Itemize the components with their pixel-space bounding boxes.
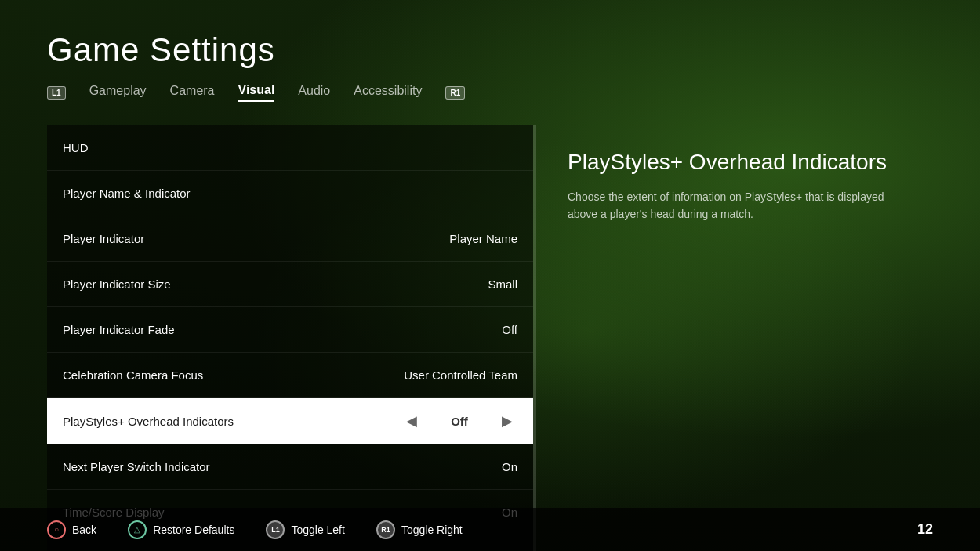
settings-panel: HUD Player Name & Indicator Player Indic… [47, 125, 533, 551]
selected-value: Off [428, 415, 491, 428]
restore-defaults-label: Restore Defaults [153, 524, 234, 536]
tab-gameplay[interactable]: Gameplay [89, 84, 147, 101]
toggle-left-icon: L1 [266, 520, 285, 539]
back-label: Back [72, 524, 96, 536]
info-title: PlayStyles+ Overhead Indicators [568, 149, 902, 176]
arrow-left-btn[interactable]: ◀ [401, 411, 422, 431]
bottom-bar: ○ Back △ Restore Defaults L1 Toggle Left… [0, 508, 980, 551]
main-area: HUD Player Name & Indicator Player Indic… [47, 125, 933, 551]
restore-defaults-icon: △ [128, 520, 147, 539]
tab-visual[interactable]: Visual [238, 83, 275, 102]
setting-celebration-camera[interactable]: Celebration Camera Focus User Controlled… [47, 353, 533, 398]
back-icon: ○ [47, 520, 66, 539]
setting-playstyles-overhead[interactable]: PlayStyles+ Overhead Indicators ◀ Off ▶ [47, 398, 533, 444]
back-action[interactable]: ○ Back [47, 520, 96, 539]
tab-badge-l1: L1 [47, 86, 66, 100]
tab-badge-r1: R1 [445, 86, 465, 100]
setting-next-player-switch[interactable]: Next Player Switch Indicator On [47, 444, 533, 490]
setting-player-indicator-size[interactable]: Player Indicator Size Small [47, 262, 533, 307]
main-content: Game Settings L1 Gameplay Camera Visual … [0, 0, 980, 551]
setting-player-indicator-fade[interactable]: Player Indicator Fade Off [47, 307, 533, 353]
setting-player-name-indicator[interactable]: Player Name & Indicator [47, 171, 533, 216]
toggle-right-label: Toggle Right [401, 524, 463, 536]
tab-audio[interactable]: Audio [298, 84, 330, 101]
arrow-right-btn[interactable]: ▶ [497, 411, 517, 431]
tab-camera[interactable]: Camera [170, 84, 215, 101]
toggle-right-icon: R1 [376, 520, 395, 539]
info-panel: PlayStyles+ Overhead Indicators Choose t… [536, 125, 933, 551]
page-number: 12 [917, 521, 933, 538]
restore-defaults-action[interactable]: △ Restore Defaults [128, 520, 234, 539]
setting-player-indicator[interactable]: Player Indicator Player Name [47, 216, 533, 262]
info-description: Choose the extent of information on Play… [568, 188, 902, 223]
toggle-left-action[interactable]: L1 Toggle Left [266, 520, 345, 539]
page-title: Game Settings [47, 31, 933, 69]
setting-hud[interactable]: HUD [47, 125, 533, 171]
value-selector-playstyles: ◀ Off ▶ [401, 411, 517, 431]
toggle-left-label: Toggle Left [291, 524, 345, 536]
toggle-right-action[interactable]: R1 Toggle Right [376, 520, 463, 539]
tabs-row: L1 Gameplay Camera Visual Audio Accessib… [47, 83, 933, 102]
tab-accessibility[interactable]: Accessibility [354, 84, 422, 101]
